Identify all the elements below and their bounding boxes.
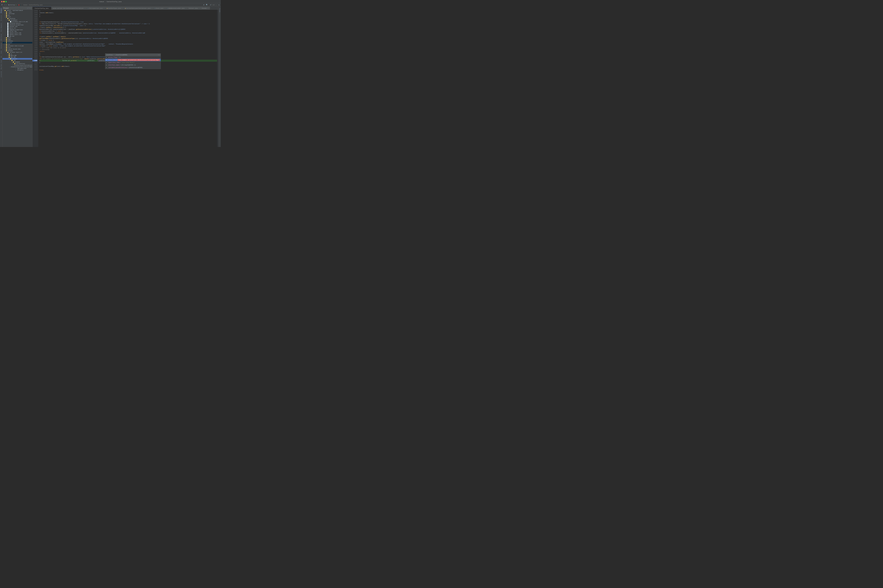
code-line-2494: if (clazz == null) { [39,39,217,41]
settings-icon[interactable]: ⚙ [203,4,205,6]
code-editor[interactable]: } classes.add(clazz); } } if (handlesTyp… [38,10,217,147]
tree-server-xml[interactable]: 📄 server.xml [3,31,33,32]
sidebar-item-pull-requests[interactable]: Pull Requests [0,22,2,33]
window-controls[interactable] [1,1,7,2]
right-side-tab-standa[interactable]: Standa... [219,8,221,15]
tree-httputil[interactable]: ☕ HttpUtil [3,69,33,71]
panel-icon-minimize[interactable]: – [31,8,32,9]
minimize-button[interactable] [3,1,5,2]
tree-idea[interactable]: ▶ 📁 .idea [3,11,33,13]
tree-label-conf: conf [8,16,11,18]
menu-button[interactable]: ☰ [1,4,3,6]
tree-root[interactable]: ▼ 📁 tomcat ~/gitlab/tomcat [3,10,33,11]
maximize-button[interactable] [5,1,7,2]
panel-icon-1[interactable]: ⊕ [27,8,28,9]
tree-webapps[interactable]: ▼ 📁 webapps [3,50,33,52]
forward-button[interactable]: ▷ [5,4,7,6]
tree-anno-init[interactable]: ☕ AnnoContainerInitializer [3,64,33,66]
sidebar-item-ant[interactable]: Ant [0,55,2,58]
tree-label-props: catalina.properties [9,24,24,26]
tree-js[interactable]: ▶ 📁 js [3,53,33,55]
tree-conf[interactable]: ▼ 📁 conf [3,16,33,18]
tab-label-webannotation: WebAnnotationSet.java [168,8,185,9]
tree-test[interactable]: ▶ 📁 test [3,47,33,48]
tree-servelet-xml[interactable]: 📄 servelet-test-1.0.xml [3,21,33,22]
tab-servletcontainerinitializer[interactable]: javax.servlet.ServletContainerInitialize… [51,7,87,10]
tree-label-bin: bin [8,15,10,16]
tree-logging[interactable]: 📄 logging.properties [3,29,33,31]
debug-row-access-flags[interactable]: ▶ access_flags = 33 [105,56,161,59]
debug-popup-back[interactable]: ◁ [158,54,158,56]
tree-hello-txt[interactable]: 📄 hello.txt [3,27,33,29]
sidebar-item-bigdata[interactable]: Big Data Tools [0,59,2,70]
key-access-flags: access_flags [108,57,117,58]
debug-run-button[interactable]: 🐞 [18,4,20,6]
tree-res[interactable]: ▶ 📁 res [3,44,33,45]
debug-row-annotations[interactable]: ▶ runtimeVisibleAnnotations = {Annotatio… [105,66,161,69]
sidebar-item-project[interactable]: Project [0,8,2,14]
search-icon[interactable]: 🔍 [206,4,208,6]
tree-servelettest[interactable]: ▼ 📁 servelettest [3,63,33,64]
tree-localhost[interactable]: ▼ 📁 localhost [3,20,33,21]
tab-close-context[interactable]: ✕ [199,8,199,9]
panel-icon-3[interactable]: ⚙ [30,8,30,9]
tab-close-introspection[interactable]: ✕ [104,8,104,9]
eq-rva: = [128,67,128,69]
refresh-button[interactable]: ↻ [218,4,220,6]
tab-const[interactable]: ☕ Const.java ✕ [153,7,166,10]
debug-row-class-name[interactable]: ▶ class_name = "com.example.servelettest… [105,59,161,61]
tab-introspection[interactable]: ☕ Introspection.java ✕ [87,7,105,10]
tab-close-sci[interactable]: ✕ [85,8,86,9]
tree-com[interactable]: ▼ 📁 com [3,60,33,61]
git-icon[interactable]: ⎇ [209,4,212,6]
tree-settings[interactable]: ▶ 📁 .settings [3,13,33,15]
tree-servelet-bak[interactable]: ▶ 📁 servelet-test-1.0_bak [3,45,33,47]
run-button[interactable]: ▶ [15,4,17,6]
tree-context-xml[interactable]: 📄 context.xml [3,26,33,27]
debug-row-interfaces[interactable]: ▶ interface_names = {String[0]@2329} [] [105,64,161,66]
tab-contextconfig[interactable]: ☕ ContextConfig.java ✕ [33,7,51,10]
tab-webannotation[interactable]: ☕ WebAnnotationSet.java ✕ [166,7,188,10]
tree-servelet-app[interactable]: ▼ 📁 servelet-test-1.0 [3,52,33,53]
tree-anno-impl[interactable]: ☕ AnnoContainerInitializerImpl [3,66,33,68]
tab-close-contextconfig[interactable]: ✕ [50,8,50,9]
tree-tomcat-users-xml[interactable]: 📄 tomcat-users.xml [3,32,33,34]
tree-java[interactable]: ▶ 📁 java [3,37,33,39]
tab-close-const[interactable]: ✕ [164,8,165,9]
tree-example[interactable]: ▼ 📁 example [3,61,33,63]
sidebar-item-database[interactable]: Database [0,42,2,49]
tree-hello-servlet[interactable]: ☕ HelloServlet [3,68,33,69]
tab-handlestypes[interactable]: ◆ HandlesTypes.java ✕ [105,7,124,10]
tree-output[interactable]: ▶ 📁 output [3,42,33,44]
tree-logs[interactable]: ▶ 📁 logs [3,39,33,40]
tree-web-inf[interactable]: ▼ 📁 WEB-INF [3,56,33,58]
tree-meta-inf[interactable]: ▶ 📁 META-INF [3,55,33,56]
tree-tomcat-users-xsd[interactable]: 📄 tomcat-users.xsd [3,34,33,36]
sidebar-item-json-parser[interactable]: JSON Parser [0,33,2,42]
tree-classes[interactable]: ▼ 📁 classes [3,58,33,60]
tab-sci-java[interactable]: ◆ ServletContainerInitializer.java ✕ [124,7,153,10]
close-button[interactable] [1,1,3,2]
tree-web-xml[interactable]: 📄 web.xml [3,36,33,37]
panel-icon-2[interactable]: ≡ [29,8,29,9]
debug-row-superclass[interactable]: ▶ superclass_name = "java.lang.Object" [105,61,161,64]
tab-close-sci-java[interactable]: ✕ [151,8,152,9]
tree-catalina-props[interactable]: 📄 catalina.properties [3,24,33,26]
debug-popup-forward[interactable]: ▷ [159,54,160,56]
tree-bin[interactable]: ▶ 📁 bin [3,15,33,16]
sidebar-item-codex[interactable]: Codex [0,50,2,55]
tree-catalina-policy[interactable]: 📄 catalina.policy [3,22,33,24]
back-button[interactable]: ◁ [3,4,5,6]
tab-standa[interactable]: Standa... [201,7,210,10]
key-class-name: class_name [108,59,116,61]
tree-tomcat-build-libs[interactable]: ▶ 📁 tomcat-build-libs [3,48,33,50]
tree-catalina[interactable]: ▼ 📁 Catalina [3,18,33,20]
sidebar-item-jclasslib[interactable]: jclasslib [0,70,2,78]
tab-context[interactable]: Context.java ✕ [188,7,201,10]
tree-modules[interactable]: ▶ 📁 modules [3,40,33,42]
tree-label-users-xml: tomcat-users.xml [9,33,21,34]
tab-close-handlestypes[interactable]: ✕ [122,8,123,9]
sidebar-item-structure[interactable]: Structure [0,14,2,22]
debug-popup[interactable]: javaClass = {JavaClass@2028} ◁ ▷ ▶ acces… [105,53,161,69]
tab-close-web[interactable]: ✕ [185,8,186,9]
